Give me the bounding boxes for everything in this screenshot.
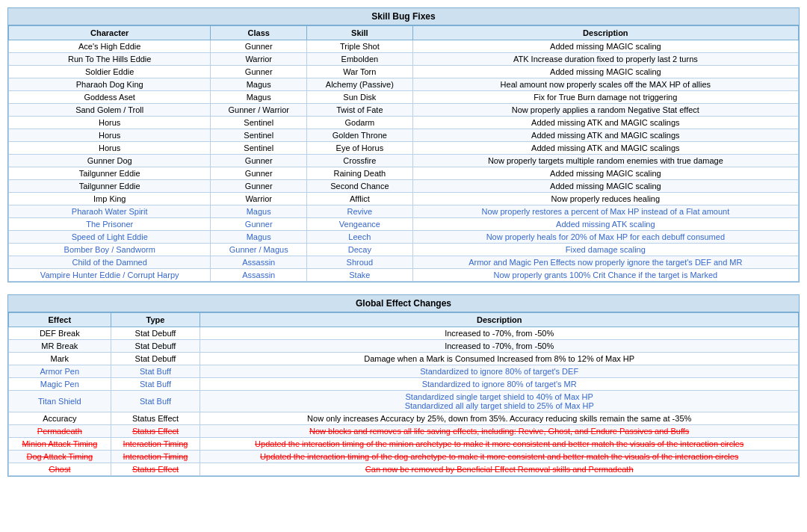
effect-cell: Titan Shield [9, 391, 111, 412]
character-cell: Sand Golem / Troll [9, 104, 211, 117]
character-cell: Pharaoh Dog King [9, 78, 211, 91]
table-row: Magic Pen Stat Buff Standardized to igno… [9, 378, 799, 391]
class-cell: Sentinel [211, 142, 307, 155]
type-cell: Interaction Timing [111, 438, 200, 451]
class-cell: Assassin [211, 269, 307, 282]
class-cell: Magus [211, 205, 307, 218]
class-cell: Gunner / Magus [211, 244, 307, 256]
table-row: Child of the Damned Assassin Shroud Armo… [9, 256, 799, 269]
description-cell: Fixed damage scaling [412, 244, 798, 256]
description-cell: Now properly heals for 20% of Max HP for… [412, 231, 798, 244]
class-cell: Gunner / Warrior [211, 104, 307, 117]
type-cell: Stat Debuff [111, 353, 200, 365]
description-cell: Added missing MAGIC scaling [412, 167, 798, 180]
skill-col-skill: Skill [307, 26, 413, 40]
table-row: Run To The Hills Eddie Warrior Embolden … [9, 53, 799, 66]
description-cell: Now properly grants 100% Crit Chance if … [412, 269, 798, 282]
skill-cell: Sun Disk [307, 91, 413, 104]
table-row: Ghost Status Effect Can now be removed b… [9, 463, 799, 476]
class-cell: Gunner [211, 167, 307, 180]
character-cell: Bomber Boy / Sandworm [9, 244, 211, 256]
skill-cell: Godarm [307, 117, 413, 129]
table-row: Tailgunner Eddie Gunner Second Chance Ad… [9, 180, 799, 193]
type-cell: Stat Debuff [111, 327, 200, 340]
effect-cell: Mark [9, 353, 111, 365]
table-row: Armor Pen Stat Buff Standardized to igno… [9, 365, 799, 378]
description-cell: Can now be removed by Beneficial Effect … [200, 463, 799, 476]
skill-cell: Stake [307, 269, 413, 282]
table-row: Dog Attack Timing Interaction Timing Upd… [9, 451, 799, 463]
class-cell: Sentinel [211, 117, 307, 129]
character-cell: The Prisoner [9, 218, 211, 231]
type-cell: Status Effect [111, 463, 200, 476]
description-cell: Added missing ATK scaling [412, 218, 798, 231]
table-row: Horus Sentinel Golden Throne Added missi… [9, 129, 799, 142]
description-cell: Increased to -70%, from -50% [200, 340, 799, 353]
table-row: Titan Shield Stat Buff Standardized sing… [9, 391, 799, 412]
description-cell: Increased to -70%, from -50% [200, 327, 799, 340]
table-row: Horus Sentinel Godarm Added missing ATK … [9, 117, 799, 129]
description-cell: Now properly restores a percent of Max H… [412, 205, 798, 218]
class-cell: Warrior [211, 53, 307, 66]
character-cell: Tailgunner Eddie [9, 180, 211, 193]
description-cell: Now properly applies a random Negative S… [412, 104, 798, 117]
description-cell: Standardized single target shield to 40%… [200, 391, 799, 412]
description-cell: Now only increases Accuracy by 25%, down… [200, 412, 799, 425]
skill-cell: Triple Shot [307, 40, 413, 53]
skill-cell: Crossfire [307, 155, 413, 167]
skill-bug-fixes-section: Skill Bug Fixes Character Class Skill De… [7, 7, 800, 282]
table-row: Tailgunner Eddie Gunner Raining Death Ad… [9, 167, 799, 180]
skill-bug-fixes-title: Skill Bug Fixes [8, 8, 799, 25]
table-row: Sand Golem / Troll Gunner / Warrior Twis… [9, 104, 799, 117]
character-cell: Ace's High Eddie [9, 40, 211, 53]
skill-cell: Embolden [307, 53, 413, 66]
character-cell: Goddess Aset [9, 91, 211, 104]
effect-cell: Permadeath [9, 425, 111, 438]
description-cell: Updated the interaction timing of the mi… [200, 438, 799, 451]
character-cell: Gunner Dog [9, 155, 211, 167]
class-cell: Gunner [211, 66, 307, 78]
description-cell: Damage when a Mark is Consumed Increased… [200, 353, 799, 365]
character-cell: Speed of Light Eddie [9, 231, 211, 244]
type-cell: Stat Buff [111, 378, 200, 391]
description-cell: Fix for True Burn damage not triggering [412, 91, 798, 104]
description-cell: Standardized to ignore 80% of target's D… [200, 365, 799, 378]
skill-cell: Second Chance [307, 180, 413, 193]
class-cell: Warrior [211, 193, 307, 205]
effect-cell: Accuracy [9, 412, 111, 425]
skill-cell: Afflict [307, 193, 413, 205]
description-cell: Now blocks and removes all life saving e… [200, 425, 799, 438]
table-row: Horus Sentinel Eye of Horus Added missin… [9, 142, 799, 155]
description-cell: Now properly reduces healing [412, 193, 798, 205]
character-cell: Soldier Eddie [9, 66, 211, 78]
table-row: The Prisoner Gunner Vengeance Added miss… [9, 218, 799, 231]
table-row: Vampire Hunter Eddie / Corrupt Harpy Ass… [9, 269, 799, 282]
type-cell: Stat Buff [111, 391, 200, 412]
type-cell: Stat Debuff [111, 340, 200, 353]
description-cell: Added missing ATK and MAGIC scalings [412, 117, 798, 129]
character-cell: Imp King [9, 193, 211, 205]
table-row: Permadeath Status Effect Now blocks and … [9, 425, 799, 438]
class-cell: Magus [211, 78, 307, 91]
type-cell: Status Effect [111, 425, 200, 438]
effect-cell: DEF Break [9, 327, 111, 340]
class-cell: Sentinel [211, 129, 307, 142]
skill-cell: War Torn [307, 66, 413, 78]
skill-table-header-row: Character Class Skill Description [9, 26, 799, 40]
global-effect-changes-body: DEF Break Stat Debuff Increased to -70%,… [9, 327, 799, 476]
skill-cell: Alchemy (Passive) [307, 78, 413, 91]
character-cell: Run To The Hills Eddie [9, 53, 211, 66]
skill-col-character: Character [9, 26, 211, 40]
effect-cell: Magic Pen [9, 378, 111, 391]
table-row: DEF Break Stat Debuff Increased to -70%,… [9, 327, 799, 340]
effect-cell: MR Break [9, 340, 111, 353]
skill-cell: Decay [307, 244, 413, 256]
skill-cell: Vengeance [307, 218, 413, 231]
class-cell: Gunner [211, 40, 307, 53]
global-table-header-row: Effect Type Description [9, 313, 799, 327]
table-row: Minion Attack Timing Interaction Timing … [9, 438, 799, 451]
global-col-type: Type [111, 313, 200, 327]
type-cell: Stat Buff [111, 365, 200, 378]
table-row: Accuracy Status Effect Now only increase… [9, 412, 799, 425]
description-cell: Added missing MAGIC scaling [412, 40, 798, 53]
